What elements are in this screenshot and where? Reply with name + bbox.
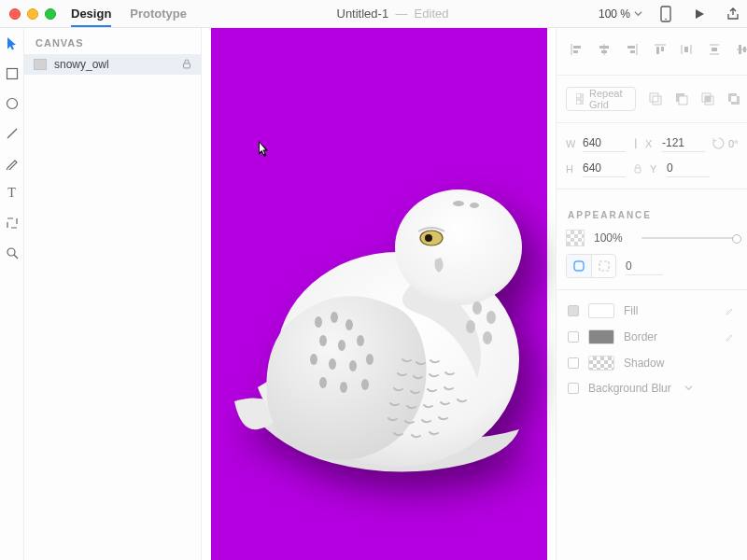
svg-point-1 — [665, 18, 667, 20]
zoom-tool[interactable] — [4, 245, 21, 261]
repeat-grid-button[interactable]: Repeat Grid — [566, 87, 636, 111]
x-value[interactable]: -121 — [662, 134, 705, 152]
play-preview-button[interactable] — [689, 4, 710, 24]
path-subtract-button[interactable] — [671, 89, 692, 109]
path-intersect-button[interactable] — [698, 89, 718, 109]
mouse-cursor-icon — [258, 140, 271, 159]
tab-prototype[interactable]: Prototype — [130, 1, 187, 27]
ellipse-icon — [6, 97, 19, 110]
svg-point-15 — [357, 335, 364, 346]
svg-point-12 — [345, 319, 353, 330]
path-exclude-button[interactable] — [724, 89, 744, 109]
shadow-swatch[interactable] — [588, 356, 614, 371]
align-controls — [557, 35, 747, 67]
layers-header: CANVAS — [24, 28, 201, 54]
layer-thumbnail — [34, 59, 47, 70]
height-label: H — [566, 163, 577, 175]
svg-point-14 — [338, 340, 345, 351]
artboard-tool[interactable] — [4, 215, 21, 231]
corner-radius-value[interactable]: 0 — [626, 258, 663, 275]
border-swatch[interactable] — [588, 329, 614, 344]
fill-label: Fill — [624, 304, 638, 317]
svg-rect-37 — [599, 46, 609, 49]
opacity-value[interactable]: 100% — [594, 231, 623, 245]
chevron-down-icon[interactable] — [684, 382, 693, 395]
pen-tool[interactable] — [4, 155, 21, 172]
ellipse-tool[interactable] — [4, 95, 21, 112]
corner-uniform-button[interactable] — [567, 255, 591, 277]
link-wh-icon[interactable]: ┃ — [633, 139, 638, 148]
svg-point-23 — [395, 189, 522, 305]
rotation-value[interactable]: 0° — [728, 138, 747, 149]
fill-checkbox[interactable] — [568, 305, 579, 316]
svg-point-13 — [319, 335, 327, 346]
svg-point-6 — [7, 248, 15, 256]
svg-rect-41 — [630, 50, 635, 53]
shadow-row: Shadow — [557, 350, 747, 376]
zoom-control[interactable]: 100 % — [599, 7, 642, 21]
border-checkbox[interactable] — [568, 331, 579, 343]
corner-individual-button[interactable] — [591, 255, 615, 277]
svg-point-11 — [331, 312, 338, 323]
share-button[interactable] — [723, 4, 743, 24]
width-field[interactable]: W 640 — [566, 134, 626, 152]
y-field[interactable]: Y 0 — [650, 160, 710, 177]
tab-design[interactable]: Design — [71, 1, 111, 27]
path-add-button[interactable] — [645, 89, 666, 109]
corner-mode-segmented[interactable] — [566, 254, 616, 278]
height-field[interactable]: H 640 — [566, 160, 626, 177]
svg-rect-52 — [739, 45, 741, 54]
align-right-button[interactable] — [622, 39, 642, 60]
svg-point-16 — [310, 354, 317, 365]
x-label: X — [645, 138, 656, 149]
svg-point-29 — [472, 301, 482, 315]
svg-rect-35 — [573, 50, 578, 53]
svg-point-32 — [483, 331, 492, 344]
align-top-button[interactable] — [650, 39, 670, 60]
magnifier-icon — [6, 246, 19, 259]
fill-eyedropper-icon[interactable] — [725, 304, 736, 318]
align-hcenter-button[interactable] — [594, 39, 614, 60]
align-vcenter-icon — [736, 43, 747, 56]
play-icon — [693, 7, 706, 21]
text-tool[interactable]: T — [4, 185, 21, 202]
border-label: Border — [624, 330, 657, 343]
layer-row[interactable]: snowy_owl — [24, 54, 201, 75]
svg-rect-58 — [650, 93, 658, 102]
align-left-button[interactable] — [566, 39, 586, 60]
fill-row: Fill — [557, 298, 747, 324]
opacity-slider[interactable] — [641, 237, 738, 239]
align-top-icon — [654, 43, 667, 56]
align-vcenter-button[interactable] — [732, 39, 747, 60]
mode-tabs: Design Prototype — [65, 1, 187, 27]
artboard-snowy-owl[interactable] — [211, 28, 547, 560]
device-preview-button[interactable] — [655, 4, 676, 24]
lock-icon[interactable] — [182, 59, 191, 71]
close-window-button[interactable] — [9, 8, 21, 20]
height-value[interactable]: 640 — [583, 160, 626, 177]
svg-rect-54 — [576, 93, 581, 98]
rectangle-tool[interactable] — [4, 65, 21, 82]
link-wh-icon2[interactable] — [633, 164, 642, 174]
svg-rect-69 — [574, 261, 584, 271]
align-left-icon — [570, 43, 583, 56]
canvas-area[interactable] — [202, 28, 556, 560]
maximize-window-button[interactable] — [45, 8, 56, 20]
path-exclude-icon — [727, 92, 740, 105]
select-tool[interactable] — [4, 35, 21, 52]
opacity-swatch[interactable] — [566, 230, 585, 246]
svg-line-7 — [14, 255, 18, 259]
line-tool[interactable] — [4, 125, 21, 142]
bgblur-checkbox[interactable] — [568, 383, 579, 394]
distribute-h-button[interactable] — [676, 39, 697, 60]
width-label: W — [566, 138, 577, 149]
width-value[interactable]: 640 — [583, 134, 626, 152]
distribute-v-button[interactable] — [704, 39, 725, 60]
x-field[interactable]: X -121 — [645, 134, 705, 152]
minimize-window-button[interactable] — [27, 8, 38, 20]
border-edit-icon[interactable] — [725, 330, 736, 344]
shadow-checkbox[interactable] — [568, 357, 579, 369]
rotation-field[interactable]: 0° — [712, 137, 747, 149]
y-value[interactable]: 0 — [667, 160, 710, 177]
fill-swatch[interactable] — [588, 303, 614, 318]
